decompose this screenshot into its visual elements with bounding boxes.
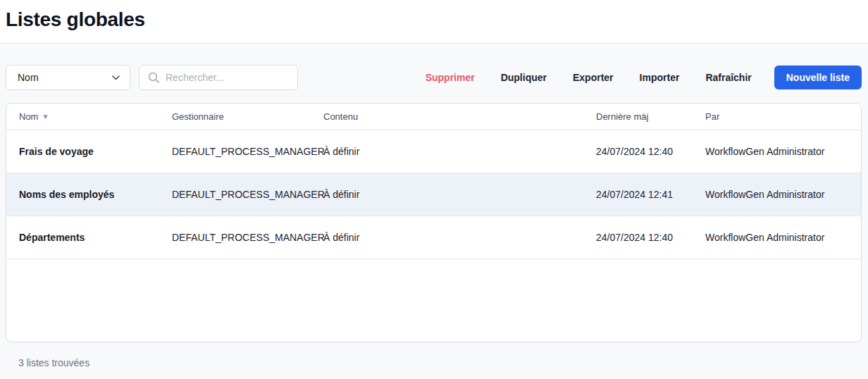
cell-derniere-maj: 24/07/2024 12:40 (596, 146, 705, 157)
column-header-label: Par (705, 111, 719, 122)
action-button-rafraichir[interactable]: Rafraîchir (705, 72, 751, 83)
search-box (139, 65, 298, 90)
action-button-supprimer[interactable]: Supprimer (426, 72, 475, 83)
content-area: Nom SupprimerDupliquerExporterImporterRa… (0, 44, 868, 378)
cell-contenu: À définir (323, 189, 596, 200)
column-header-derniere-maj[interactable]: Dernière màj (596, 111, 705, 122)
cell-contenu: À définir (323, 146, 596, 157)
filter-dropdown[interactable]: Nom (6, 65, 130, 90)
filter-dropdown-value: Nom (18, 72, 39, 83)
cell-nom: Départements (19, 232, 172, 243)
table-header-row: Nom▼GestionnaireContenuDernière màjPar (6, 104, 861, 130)
action-button-importer[interactable]: Importer (640, 72, 680, 83)
table-body: Frais de voyageDEFAULT_PROCESS_MANAGERÀ … (6, 130, 861, 259)
cell-derniere-maj: 24/07/2024 12:40 (596, 232, 705, 243)
results-count: 3 listes trouvées (18, 357, 868, 368)
cell-gestionnaire: DEFAULT_PROCESS_MANAGER (172, 189, 323, 200)
page-header: Listes globales (0, 0, 868, 44)
column-header-label: Dernière màj (596, 111, 648, 122)
cell-par: WorkflowGen Administrator (705, 232, 861, 243)
table-row[interactable]: Noms des employésDEFAULT_PROCESS_MANAGER… (6, 173, 861, 216)
toolbar: Nom SupprimerDupliquerExporterImporterRa… (6, 65, 862, 90)
cell-par: WorkflowGen Administrator (705, 146, 861, 157)
cell-nom: Frais de voyage (19, 146, 172, 157)
cell-nom: Noms des employés (19, 189, 172, 200)
lists-table: Nom▼GestionnaireContenuDernière màjPar F… (6, 103, 862, 342)
table-row[interactable]: DépartementsDEFAULT_PROCESS_MANAGERÀ déf… (6, 216, 861, 259)
cell-contenu: À définir (323, 232, 596, 243)
cell-par: WorkflowGen Administrator (705, 189, 861, 200)
action-button-dupliquer[interactable]: Dupliquer (501, 72, 547, 83)
search-icon (148, 72, 160, 84)
action-button-exporter[interactable]: Exporter (573, 72, 614, 83)
cell-gestionnaire: DEFAULT_PROCESS_MANAGER (172, 232, 323, 243)
page-title: Listes globales (6, 8, 868, 31)
column-header-gestionnaire[interactable]: Gestionnaire (172, 111, 323, 122)
column-header-label: Gestionnaire (172, 111, 224, 122)
toolbar-actions: SupprimerDupliquerExporterImporterRafraî… (426, 72, 752, 83)
table-row[interactable]: Frais de voyageDEFAULT_PROCESS_MANAGERÀ … (6, 130, 861, 173)
column-header-label: Nom (19, 111, 38, 122)
cell-gestionnaire: DEFAULT_PROCESS_MANAGER (172, 146, 323, 157)
cell-derniere-maj: 24/07/2024 12:41 (596, 189, 705, 200)
column-header-nom[interactable]: Nom▼ (19, 111, 172, 122)
column-header-par[interactable]: Par (705, 111, 861, 122)
chevron-down-icon (112, 75, 120, 80)
search-input[interactable] (166, 72, 293, 83)
sort-desc-icon: ▼ (42, 113, 49, 120)
column-header-contenu[interactable]: Contenu (323, 111, 596, 122)
new-list-button[interactable]: Nouvelle liste (774, 66, 862, 89)
column-header-label: Contenu (323, 111, 358, 122)
